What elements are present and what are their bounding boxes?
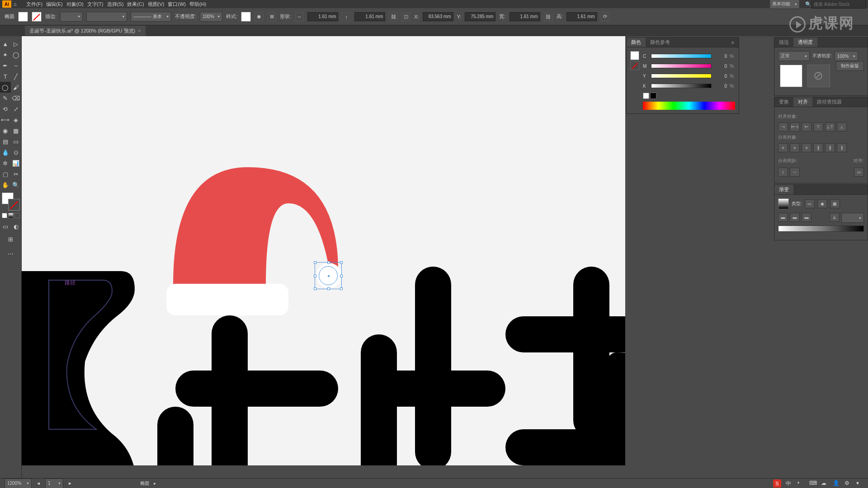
document-tab[interactable]: 圣诞节-圣诞快乐.ai* @ 1200% (RGB/GPU 预览) ×: [25, 26, 146, 36]
x-input[interactable]: [423, 12, 453, 21]
artboard[interactable]: 路径: [22, 36, 625, 465]
free-transform-tool[interactable]: ◈: [11, 114, 22, 125]
dist-hcenter-button[interactable]: ‖: [825, 143, 835, 152]
y-slider[interactable]: [651, 74, 712, 78]
status-arrow-icon[interactable]: ▸: [154, 481, 156, 486]
edit-toolbar-icon[interactable]: ⊞: [5, 234, 16, 244]
grad-angle-button[interactable]: ∠: [830, 213, 840, 222]
mask-thumb[interactable]: [807, 65, 830, 87]
search-icon[interactable]: 🔍: [805, 1, 811, 7]
tray-more-icon[interactable]: ▾: [856, 480, 863, 487]
home-icon[interactable]: ⌂: [14, 1, 23, 7]
stock-search[interactable]: [811, 0, 866, 9]
symbol-sprayer-tool[interactable]: ✲: [0, 158, 11, 169]
menu-effect[interactable]: 效果(C): [127, 1, 144, 8]
ime-kbd-icon[interactable]: ⌨: [809, 480, 816, 487]
hand-tool[interactable]: ✋: [0, 179, 11, 190]
link-icon[interactable]: ⛓: [544, 12, 553, 21]
selection-bbox[interactable]: [315, 262, 342, 289]
tray-settings-icon[interactable]: ⚙: [844, 480, 852, 487]
transform-icon[interactable]: ⟳: [601, 12, 610, 21]
w-input[interactable]: [509, 12, 540, 21]
artboard-nav-next-icon[interactable]: ►: [68, 481, 72, 486]
shape-w-input[interactable]: [307, 12, 338, 21]
grad-stroke1-button[interactable]: ▬: [778, 213, 788, 222]
stroke-swatch[interactable]: [32, 12, 42, 22]
style-swatch[interactable]: [241, 12, 251, 22]
linear-gradient-button[interactable]: ▭: [805, 199, 815, 208]
artboard-nav-prev-icon[interactable]: ◄: [36, 481, 41, 486]
ime-lang-icon[interactable]: 中: [786, 480, 793, 487]
fill-preview[interactable]: [630, 51, 639, 60]
brush-tool[interactable]: 🖌: [11, 82, 22, 93]
blend-mode-dropdown[interactable]: 正常: [778, 51, 810, 61]
menu-view[interactable]: 视图(V): [148, 1, 165, 8]
align-icon[interactable]: ⊞: [267, 12, 276, 21]
stroke-weight[interactable]: [60, 12, 83, 22]
curvature-tool[interactable]: ~: [11, 60, 22, 71]
gradient-tool[interactable]: ▭: [11, 136, 22, 147]
none-mode-icon[interactable]: [14, 213, 20, 218]
menu-window[interactable]: 窗口(W): [168, 1, 186, 8]
tab-transparency[interactable]: 透明度: [793, 38, 817, 47]
tab-transform[interactable]: 变换: [774, 97, 793, 107]
align-bottom-button[interactable]: ⊥: [837, 122, 847, 131]
gradient-stops[interactable]: [778, 232, 864, 236]
line-tool[interactable]: ╱: [11, 71, 22, 82]
opacity-input[interactable]: 100%: [835, 51, 858, 61]
menu-file[interactable]: 文件(F): [26, 1, 42, 8]
ime-badge[interactable]: S: [773, 479, 781, 488]
eyedropper-tool[interactable]: 💧: [0, 147, 11, 158]
shape-builder-tool[interactable]: ◉: [0, 125, 11, 136]
object-thumb[interactable]: [780, 65, 802, 87]
gradient-bar[interactable]: [778, 225, 864, 232]
corners-icon[interactable]: ◫: [401, 12, 410, 21]
brush-def[interactable]: ———— 基本: [131, 12, 171, 22]
black-swatch[interactable]: [650, 93, 656, 99]
link-wh-icon[interactable]: ⛓: [389, 12, 398, 21]
dist-left-button[interactable]: ‖: [813, 143, 823, 152]
tab-stroke[interactable]: 描边: [774, 38, 793, 47]
slice-tool[interactable]: ✂: [11, 169, 22, 179]
dist-hspace-button[interactable]: ↔: [790, 168, 800, 177]
zoom-tool[interactable]: 🔍: [11, 179, 22, 190]
gradient-mode-icon[interactable]: [8, 213, 14, 218]
shape-h-input[interactable]: [354, 12, 385, 21]
rotate-tool[interactable]: ⟲: [0, 103, 11, 114]
blend-tool[interactable]: ⊙: [11, 147, 22, 158]
align-vcenter-button[interactable]: ⊥⊤: [825, 122, 835, 131]
artboard-tool[interactable]: ▢: [0, 169, 11, 179]
selection-tool[interactable]: ▲: [0, 38, 11, 49]
draw-mode-icon[interactable]: ◐: [11, 221, 22, 232]
more-icon[interactable]: ⋯: [5, 248, 16, 259]
shaper-tool[interactable]: ✎: [0, 93, 11, 103]
align-to-button[interactable]: ▭: [854, 168, 864, 177]
artboard-number[interactable]: 1: [45, 479, 63, 488]
c-slider[interactable]: [651, 54, 712, 58]
align-right-button[interactable]: ⊢: [802, 122, 811, 131]
gradient-preview-swatch[interactable]: [778, 198, 789, 209]
ime-punct-icon[interactable]: •: [797, 480, 805, 487]
dist-bottom-button[interactable]: ≡: [802, 143, 811, 152]
recolor-icon[interactable]: ◉: [255, 12, 264, 21]
zoom-dropdown[interactable]: 1200%: [5, 479, 32, 488]
grad-angle-input[interactable]: [841, 213, 864, 223]
spectrum-bar[interactable]: [643, 102, 735, 110]
eraser-tool[interactable]: ⌫: [11, 93, 22, 103]
tab-pathfinder[interactable]: 路径查找器: [812, 97, 846, 107]
screen-mode-icon[interactable]: ▭: [0, 221, 11, 232]
color-mode-icon[interactable]: [2, 213, 7, 218]
align-hcenter-button[interactable]: ⊢⊣: [790, 122, 800, 131]
menu-type[interactable]: 文字(T): [87, 1, 104, 8]
fill-swatch[interactable]: [18, 12, 28, 22]
m-slider[interactable]: [651, 64, 712, 68]
h-input[interactable]: [566, 12, 597, 21]
menu-object[interactable]: 对象(O): [66, 1, 84, 8]
dist-vspace-button[interactable]: ↕: [778, 168, 788, 177]
tray-cloud-icon[interactable]: ☁: [821, 480, 828, 487]
lasso-tool[interactable]: ◯: [11, 49, 22, 60]
graph-tool[interactable]: 📊: [11, 158, 22, 169]
stroke-profile[interactable]: [86, 12, 127, 22]
canvas-area[interactable]: 路径: [22, 36, 868, 488]
tab-gradient[interactable]: 渐变: [774, 185, 793, 194]
